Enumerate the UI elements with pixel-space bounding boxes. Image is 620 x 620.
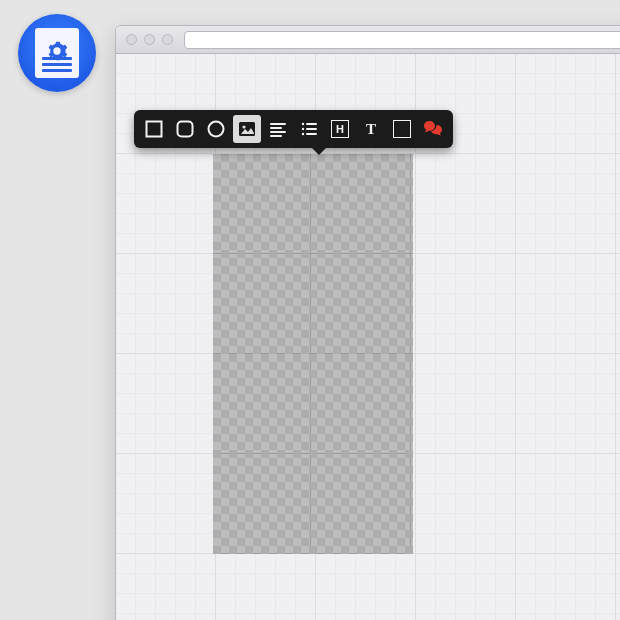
tool-heading[interactable]: H xyxy=(326,115,354,143)
tool-text[interactable]: T xyxy=(357,115,385,143)
window-minimize-button[interactable] xyxy=(144,34,155,45)
browser-window: H T xyxy=(115,25,620,620)
svg-rect-1 xyxy=(178,122,193,137)
svg-point-2 xyxy=(209,122,224,137)
svg-rect-0 xyxy=(147,122,162,137)
editor-canvas[interactable]: H T xyxy=(116,54,620,620)
tool-spacer[interactable] xyxy=(388,115,416,143)
window-zoom-button[interactable] xyxy=(162,34,173,45)
svg-point-13 xyxy=(302,133,304,135)
heading-icon: H xyxy=(331,120,349,138)
square-icon xyxy=(145,120,163,138)
tool-circle[interactable] xyxy=(202,115,230,143)
list-icon xyxy=(300,120,318,138)
tool-align-left[interactable] xyxy=(264,115,292,143)
svg-point-4 xyxy=(242,125,245,128)
align-left-icon xyxy=(269,120,287,138)
url-input[interactable] xyxy=(184,31,620,49)
tool-rounded[interactable] xyxy=(171,115,199,143)
svg-point-9 xyxy=(302,123,304,125)
window-titlebar xyxy=(116,26,620,54)
app-badge-document-icon xyxy=(35,28,79,78)
insert-toolbar: H T xyxy=(134,110,453,148)
comment-icon xyxy=(423,120,443,138)
tool-comment[interactable] xyxy=(419,115,447,143)
rounded-square-icon xyxy=(176,120,194,138)
image-icon xyxy=(238,120,256,138)
gear-icon xyxy=(46,40,68,62)
svg-point-11 xyxy=(302,128,304,130)
tool-list[interactable] xyxy=(295,115,323,143)
tool-image[interactable] xyxy=(233,115,261,143)
window-close-button[interactable] xyxy=(126,34,137,45)
image-placeholder-block[interactable] xyxy=(213,154,413,554)
circle-icon xyxy=(207,120,225,138)
spacer-icon xyxy=(393,120,411,138)
tool-square[interactable] xyxy=(140,115,168,143)
app-badge xyxy=(18,14,96,92)
text-icon: T xyxy=(366,121,376,138)
